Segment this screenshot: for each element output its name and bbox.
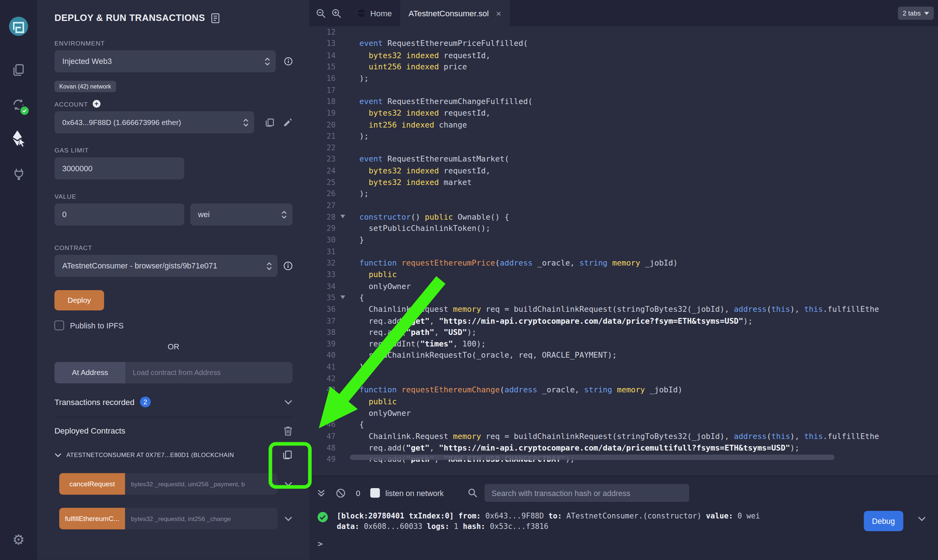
code-text: }	[350, 362, 364, 371]
publish-ipfs-checkbox[interactable]	[55, 320, 64, 330]
at-address-input[interactable]	[126, 362, 293, 384]
gas-limit-input[interactable]	[55, 157, 184, 179]
settings-gear-icon[interactable]: ⚙	[0, 531, 37, 548]
code-line[interactable]: 19 bytes32 indexed requestId,	[309, 107, 938, 118]
code-line[interactable]: 28 constructor() public Ownable() {	[309, 211, 938, 223]
expand-log-chevron-icon[interactable]	[918, 516, 926, 522]
value-unit-select[interactable]: wei	[190, 203, 292, 225]
transactions-collapse-icon[interactable]	[284, 399, 292, 405]
code-line[interactable]: 20 int256 indexed change	[309, 118, 938, 130]
code-line[interactable]: 24 bytes32 indexed requestId,	[309, 165, 938, 176]
fulfill-change-args-input[interactable]	[125, 508, 277, 530]
code-line[interactable]: 45 onlyOwner	[309, 407, 938, 419]
horizontal-scrollbar[interactable]	[350, 454, 835, 460]
terminal-collapse-icon[interactable]	[317, 489, 325, 497]
contract-info-icon[interactable]	[284, 262, 293, 271]
code-line[interactable]: 17	[309, 84, 938, 96]
copy-account-icon[interactable]	[265, 117, 274, 127]
select-stepper-icon	[281, 209, 287, 219]
code-line[interactable]: 46 {	[309, 419, 938, 430]
code-editor[interactable]: 1213 event RequestEthereumPriceFulfilled…	[309, 26, 938, 475]
account-select[interactable]: 0x643...9F88D (1.666673996 ether)	[55, 111, 254, 133]
zoom-out-icon[interactable]	[316, 8, 326, 18]
environment-label: ENVIRONMENT	[55, 39, 293, 47]
deploy-button[interactable]: Deploy	[55, 290, 104, 310]
code-line[interactable]: 43 function requestEthereumChange(addres…	[309, 384, 938, 395]
code-line[interactable]: 41 }	[309, 361, 938, 372]
tabs-count-dropdown[interactable]: 2 tabs	[898, 6, 934, 20]
cancel-request-button[interactable]: cancelRequest	[59, 473, 125, 495]
instance-collapse-icon[interactable]	[55, 452, 62, 457]
select-stepper-icon	[266, 261, 272, 271]
line-number: 29	[309, 224, 336, 233]
code-line[interactable]: 40 sendChainlinkRequestTo(_oracle, req, …	[309, 349, 938, 361]
code-line[interactable]: 22	[309, 142, 938, 153]
listen-on-network-checkbox[interactable]	[371, 488, 380, 497]
code-line[interactable]: 37 req.add("get", "https://min-api.crypt…	[309, 315, 938, 327]
environment-info-icon[interactable]	[284, 57, 292, 66]
code-line[interactable]: 26 );	[309, 188, 938, 199]
file-explorer-icon[interactable]	[0, 62, 37, 78]
transactions-recorded-row[interactable]: Transactions recorded 2	[55, 397, 293, 408]
code-line[interactable]: 34 onlyOwner	[309, 280, 938, 292]
code-line[interactable]: 29 setPublicChainlinkToken();	[309, 223, 938, 234]
value-input[interactable]	[55, 203, 184, 225]
environment-select[interactable]: Injected Web3	[55, 50, 276, 72]
code-line[interactable]: 42	[309, 372, 938, 384]
code-line[interactable]: 33 public	[309, 269, 938, 280]
code-line[interactable]: 15 uint256 indexed price	[309, 61, 938, 72]
tab-atestnetconsumer[interactable]: ATestnetConsumer.sol ×	[400, 0, 510, 26]
line-number: 45	[309, 409, 336, 418]
remix-logo[interactable]	[0, 15, 37, 37]
debug-button[interactable]: Debug	[864, 511, 903, 531]
code-line[interactable]: 30 }	[309, 234, 938, 246]
code-line[interactable]: 12	[309, 26, 938, 38]
code-line[interactable]: 39 req.addInt("times", 100);	[309, 338, 938, 349]
line-number: 13	[309, 39, 336, 48]
code-line[interactable]: 31	[309, 246, 938, 257]
transaction-log-entry[interactable]: [block:20780401 txIndex:0] from: 0x643..…	[317, 511, 938, 531]
code-line[interactable]: 18 event RequestEthereumChangeFulfilled(	[309, 96, 938, 107]
contract-select[interactable]: ATestnetConsumer - browser/gists/9b71e07…	[55, 255, 278, 277]
code-line[interactable]: 36 Chainlink.Request memory req = buildC…	[309, 303, 938, 315]
code-line[interactable]: 35 {	[309, 292, 938, 303]
edit-account-icon[interactable]	[283, 117, 292, 127]
code-line[interactable]: 25 bytes32 indexed market	[309, 176, 938, 188]
tab-home[interactable]: Home	[348, 0, 400, 26]
clear-instances-trash-icon[interactable]	[284, 426, 293, 436]
copy-instance-address-icon[interactable]	[282, 450, 292, 460]
notes-document-icon[interactable]	[211, 13, 219, 23]
fulfill-ethereum-change-button[interactable]: fulfillEthereumC...	[59, 508, 125, 530]
cancel-request-args-input[interactable]	[125, 473, 277, 495]
solidity-compiler-icon[interactable]	[0, 96, 37, 114]
code-line[interactable]: 48 req.add("get", "https://min-api.crypt…	[309, 442, 938, 454]
code-line[interactable]: 27	[309, 199, 938, 211]
value-label: VALUE	[55, 192, 293, 200]
code-line[interactable]: 21 );	[309, 130, 938, 142]
close-tab-icon[interactable]: ×	[496, 9, 501, 18]
terminal-prompt[interactable]: >	[318, 539, 938, 548]
line-number: 22	[309, 143, 336, 152]
code-line[interactable]: 32 function requestEthereumPrice(address…	[309, 257, 938, 269]
terminal-search-input[interactable]	[484, 484, 689, 502]
add-account-icon[interactable]: +	[93, 100, 101, 108]
code-line[interactable]: 13 event RequestEthereumPriceFulfilled(	[309, 38, 938, 49]
code-line[interactable]: 47 Chainlink.Request memory req = buildC…	[309, 430, 938, 442]
code-line[interactable]: 14 bytes32 indexed requestId,	[309, 49, 938, 61]
deployed-contracts-label: Deployed Contracts	[55, 426, 125, 435]
select-stepper-icon	[243, 117, 249, 127]
code-line[interactable]: 16 );	[309, 72, 938, 84]
code-line[interactable]: 38 req.add("path", "USD");	[309, 326, 938, 338]
code-line[interactable]: 23 event RequestEthereumLastMarket(	[309, 153, 938, 165]
fold-icon[interactable]	[336, 296, 350, 300]
zoom-in-icon[interactable]	[331, 8, 341, 18]
expand-method-icon[interactable]	[284, 481, 292, 487]
at-address-button[interactable]: At Address	[55, 362, 126, 384]
clear-terminal-ban-icon[interactable]	[336, 488, 346, 498]
fold-icon[interactable]	[336, 215, 350, 218]
plugin-manager-icon[interactable]	[0, 165, 37, 182]
code-line[interactable]: 44 public	[309, 395, 938, 407]
contract-instance-header[interactable]: ATESTNETCONSUMER AT 0X7E7...E80D1 (BLOCK…	[55, 450, 293, 460]
deploy-run-icon[interactable]	[0, 129, 37, 148]
expand-method-icon[interactable]	[284, 516, 292, 522]
